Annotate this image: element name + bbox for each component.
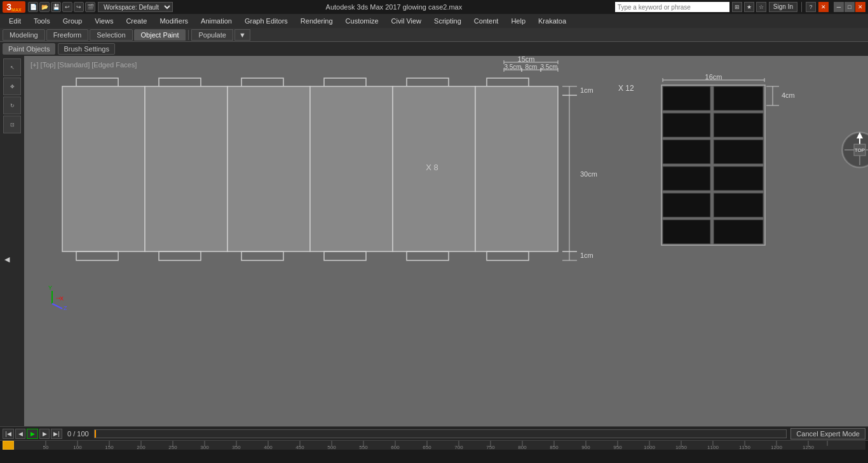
minimize-button[interactable]: ─ (834, 2, 844, 12)
viewport-container: ↖ ✥ ↻ ⊡ [+] [Top] [Standard] [Edged Face… (0, 56, 868, 463)
dim-4cm: 4cm (782, 91, 795, 99)
svg-rect-55 (663, 220, 710, 244)
prev-key-btn[interactable]: |◀ (3, 429, 14, 439)
svg-rect-11 (475, 86, 558, 252)
new-btn[interactable]: 📄 (28, 2, 38, 12)
tab-freeform[interactable]: Freeform (46, 29, 89, 41)
svg-text:1250: 1250 (803, 445, 814, 450)
svg-text:500: 500 (327, 445, 336, 450)
svg-rect-46 (714, 86, 763, 111)
dim-1cm-top: 1cm (580, 86, 593, 94)
search-icon[interactable]: ⊞ (732, 2, 742, 12)
toolbar-toggle[interactable]: ▼ (234, 29, 250, 41)
menu-civil-view[interactable]: Civil View (385, 14, 428, 28)
search-input[interactable] (615, 2, 729, 12)
svg-rect-2 (241, 78, 283, 87)
menu-content[interactable]: Content (468, 14, 505, 28)
cancel-expert-mode-btn[interactable]: Cancel Expert Mode (790, 428, 865, 440)
next-frame-btn[interactable]: ▶ (39, 429, 50, 439)
dim-8cm: 8cm (526, 64, 538, 70)
brush-settings-button[interactable]: Brush Settings (58, 43, 115, 55)
svg-text:1100: 1100 (707, 445, 719, 450)
save-btn[interactable]: 💾 (51, 2, 61, 12)
bookmark-icon[interactable]: ★ (744, 2, 754, 12)
svg-text:1200: 1200 (771, 445, 782, 450)
sign-in-button[interactable]: Sign In (769, 2, 797, 12)
timeline-ticks: 50 100 150 200 250 300 350 400 4 (14, 441, 865, 450)
svg-text:950: 950 (613, 445, 622, 450)
menu-tools[interactable]: Tools (27, 14, 57, 28)
x-icon[interactable]: ✕ (818, 2, 829, 12)
timeline-marker[interactable] (3, 441, 14, 450)
menu-modifiers[interactable]: Modifiers (153, 14, 194, 28)
menu-customize[interactable]: Customize (339, 14, 385, 28)
menu-krakatoa[interactable]: Krakatoa (532, 14, 573, 28)
svg-line-69 (52, 304, 62, 309)
x12-label: X 12 (618, 84, 634, 93)
scale-tool[interactable]: ⊡ (3, 116, 21, 133)
menu-animation[interactable]: Animation (194, 14, 238, 28)
menu-create[interactable]: Create (119, 14, 153, 28)
svg-rect-4 (407, 78, 449, 87)
viewport-label: [+] [Top] [Standard] [Edged Faces] (31, 61, 137, 69)
svg-text:400: 400 (264, 445, 273, 450)
menu-help[interactable]: Help (505, 14, 532, 28)
undo-btn[interactable]: ↩ (62, 2, 72, 12)
svg-rect-3 (324, 78, 366, 87)
play-btn[interactable]: ▶ (27, 429, 38, 439)
tab-selection[interactable]: Selection (90, 29, 132, 41)
redo-btn[interactable]: ↪ (74, 2, 84, 12)
svg-text:350: 350 (232, 445, 241, 450)
open-btn[interactable]: 📂 (39, 2, 50, 12)
menu-group[interactable]: Group (57, 14, 89, 28)
svg-rect-51 (663, 166, 710, 191)
toolbar-separator (188, 30, 189, 40)
svg-rect-0 (76, 78, 118, 87)
populate-button[interactable]: Populate (191, 29, 233, 41)
svg-text:750: 750 (486, 445, 495, 450)
svg-text:50: 50 (43, 445, 49, 450)
timeline-slider[interactable] (94, 429, 787, 438)
svg-text:650: 650 (423, 445, 431, 450)
tab-object-paint[interactable]: Object Paint (134, 29, 186, 41)
workspace-select[interactable]: Workspace: Default (98, 2, 173, 12)
prev-frame-btn[interactable]: ◀ (15, 429, 25, 439)
menu-rendering[interactable]: Rendering (294, 14, 339, 28)
svg-rect-13 (159, 252, 201, 260)
title-icons: ⊞ ★ ☆ (732, 2, 766, 12)
svg-text:1150: 1150 (739, 445, 750, 450)
svg-text:300: 300 (200, 445, 209, 450)
svg-rect-9 (310, 86, 393, 252)
favorites-icon[interactable]: ☆ (756, 2, 766, 12)
svg-text:600: 600 (391, 445, 400, 450)
dim-1cm-bottom: 1cm (580, 252, 593, 259)
next-key-btn[interactable]: ▶| (51, 429, 62, 439)
menu-graph-editors[interactable]: Graph Editors (238, 14, 294, 28)
compass-label: TOP (855, 147, 865, 153)
tab-modeling[interactable]: Modeling (3, 29, 45, 41)
paint-objects-button[interactable]: Paint Objects (3, 43, 55, 55)
close-button[interactable]: ✕ (855, 2, 865, 12)
svg-text:550: 550 (359, 445, 368, 450)
dim-30cm: 30cm (580, 170, 597, 178)
rotate-tool[interactable]: ↻ (3, 97, 21, 114)
svg-rect-5 (487, 78, 529, 87)
help-icon[interactable]: ? (806, 2, 816, 12)
render-btn[interactable]: 🎬 (85, 2, 95, 12)
maximize-button[interactable]: □ (844, 2, 855, 12)
svg-text:1050: 1050 (675, 445, 687, 450)
move-tool[interactable]: ✥ (3, 77, 21, 95)
scroll-left-btn[interactable]: ◀ (0, 253, 14, 267)
title-bar: 3 MAX 📄 📂 💾 ↩ ↪ 🎬 Workspace: Default Aut… (0, 0, 868, 14)
svg-rect-16 (407, 252, 449, 260)
select-tool[interactable]: ↖ (3, 58, 21, 76)
svg-rect-47 (663, 113, 710, 137)
svg-rect-56 (714, 220, 763, 244)
svg-rect-6 (62, 86, 145, 252)
menu-views[interactable]: Views (88, 14, 119, 28)
svg-rect-12 (76, 252, 118, 260)
menu-scripting[interactable]: Scripting (428, 14, 468, 28)
svg-text:450: 450 (295, 445, 304, 450)
menu-edit[interactable]: Edit (3, 14, 27, 28)
quick-access-toolbar[interactable]: 📄 📂 💾 ↩ ↪ 🎬 (28, 2, 95, 12)
